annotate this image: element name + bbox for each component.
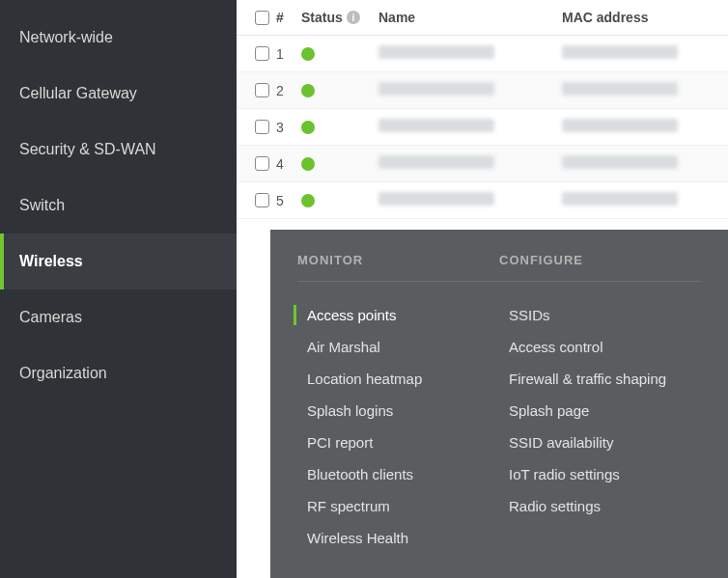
- table-row[interactable]: 1: [237, 36, 728, 72]
- row-num: 3: [272, 120, 301, 135]
- flyout-item-location-heatmap[interactable]: Location heatmap: [297, 363, 499, 395]
- wireless-flyout: MONITORAccess pointsAir MarshalLocation …: [270, 230, 728, 578]
- row-checkbox[interactable]: [255, 83, 269, 97]
- sidebar: Network-wideCellular GatewaySecurity & S…: [0, 0, 237, 578]
- table-header-row: # Status i Name MAC address: [237, 0, 728, 36]
- row-num: 4: [272, 156, 301, 172]
- flyout-item-access-control[interactable]: Access control: [499, 331, 701, 363]
- flyout-heading: MONITOR: [297, 253, 499, 282]
- flyout-column: MONITORAccess pointsAir MarshalLocation …: [297, 253, 499, 554]
- mac-redacted: [562, 192, 678, 206]
- flyout-heading: CONFIGURE: [499, 253, 701, 282]
- flyout-column: CONFIGURESSIDsAccess controlFirewall & t…: [499, 253, 701, 554]
- flyout-item-splash-logins[interactable]: Splash logins: [297, 395, 499, 427]
- status-dot: [301, 84, 315, 97]
- sidebar-item-network-wide[interactable]: Network-wide: [0, 10, 237, 66]
- sidebar-item-organization[interactable]: Organization: [0, 345, 237, 401]
- table-row[interactable]: 2: [237, 72, 728, 109]
- name-redacted: [378, 155, 494, 169]
- col-num-header: #: [272, 10, 301, 25]
- col-mac-header: MAC address: [562, 10, 714, 25]
- flyout-item-splash-page[interactable]: Splash page: [499, 395, 701, 427]
- select-all-checkbox[interactable]: [255, 11, 269, 25]
- name-redacted: [378, 119, 494, 132]
- table-row[interactable]: 3: [237, 109, 728, 146]
- row-checkbox[interactable]: [255, 156, 269, 171]
- flyout-item-wireless-health[interactable]: Wireless Health: [297, 522, 499, 554]
- mac-redacted: [562, 45, 678, 59]
- status-dot: [301, 157, 315, 171]
- flyout-item-ssids[interactable]: SSIDs: [499, 299, 701, 331]
- row-checkbox[interactable]: [255, 193, 269, 207]
- mac-redacted: [562, 155, 678, 169]
- mac-redacted: [562, 82, 678, 96]
- table-row[interactable]: 4: [237, 146, 728, 182]
- status-dot: [301, 194, 315, 207]
- content: # Status i Name MAC address 12345 MONITO…: [237, 0, 728, 578]
- name-redacted: [378, 192, 494, 206]
- col-name-header: Name: [378, 10, 562, 25]
- row-checkbox[interactable]: [255, 120, 269, 134]
- sidebar-item-security-sd-wan[interactable]: Security & SD-WAN: [0, 122, 237, 178]
- status-dot: [301, 47, 315, 61]
- row-checkbox[interactable]: [255, 46, 269, 61]
- row-num: 1: [272, 46, 301, 62]
- sidebar-item-cellular-gateway[interactable]: Cellular Gateway: [0, 66, 237, 122]
- flyout-item-radio-settings[interactable]: Radio settings: [499, 490, 701, 522]
- flyout-item-air-marshal[interactable]: Air Marshal: [297, 331, 499, 363]
- flyout-item-iot-radio-settings[interactable]: IoT radio settings: [499, 458, 701, 490]
- flyout-item-ssid-availability[interactable]: SSID availability: [499, 427, 701, 458]
- sidebar-item-switch[interactable]: Switch: [0, 178, 237, 234]
- flyout-item-firewall-traffic-shaping[interactable]: Firewall & traffic shaping: [499, 363, 701, 395]
- table-row[interactable]: 5: [237, 182, 728, 219]
- sidebar-item-cameras[interactable]: Cameras: [0, 289, 237, 345]
- row-num: 2: [272, 83, 301, 98]
- flyout-item-pci-report[interactable]: PCI report: [297, 427, 499, 458]
- device-table: # Status i Name MAC address 12345: [237, 0, 728, 219]
- name-redacted: [378, 45, 494, 59]
- col-status-header: Status i: [301, 10, 378, 25]
- name-redacted: [378, 82, 494, 96]
- flyout-item-bluetooth-clients[interactable]: Bluetooth clients: [297, 458, 499, 490]
- status-dot: [301, 121, 315, 134]
- row-num: 5: [272, 193, 301, 208]
- mac-redacted: [562, 119, 678, 132]
- flyout-item-rf-spectrum[interactable]: RF spectrum: [297, 490, 499, 522]
- info-icon[interactable]: i: [347, 11, 360, 24]
- flyout-item-access-points[interactable]: Access points: [297, 299, 499, 331]
- sidebar-item-wireless[interactable]: Wireless: [0, 234, 237, 289]
